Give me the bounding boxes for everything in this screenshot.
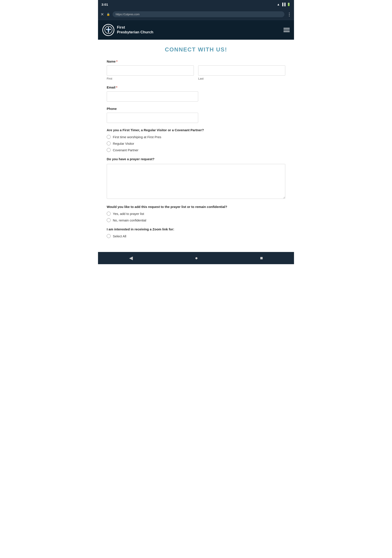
- select-all-label: Select All: [113, 234, 126, 238]
- nav-logo: First Presbyterian Church: [102, 24, 153, 36]
- main-content: CONNECT WITH US! Name* First Last Email*…: [98, 40, 294, 252]
- visitor-option-first-timer[interactable]: First time worshiping at First Pres: [107, 135, 285, 139]
- no-confidential-label: No, remain confidential: [113, 218, 146, 222]
- covenant-partner-label: Covenant Partner: [113, 148, 138, 152]
- phone-section: Phone: [107, 107, 285, 123]
- battery-icon: 🔋: [287, 3, 290, 6]
- visitor-option-covenant[interactable]: Covenant Partner: [107, 148, 285, 152]
- page-title: CONNECT WITH US!: [107, 46, 285, 53]
- first-timer-label: First time worshiping at First Pres: [113, 135, 161, 139]
- phone-input-wrap: [107, 113, 198, 123]
- prayer-list-question: Would you like to add this request to th…: [107, 205, 285, 209]
- nav-header: First Presbyterian Church: [98, 20, 294, 40]
- bottom-nav: ◀ ● ■: [98, 252, 294, 264]
- email-required-star: *: [116, 86, 117, 89]
- yes-add-radio[interactable]: [107, 212, 111, 216]
- covenant-partner-radio[interactable]: [107, 148, 111, 152]
- first-name-field: First: [107, 65, 194, 80]
- phone-input[interactable]: [107, 113, 198, 123]
- name-section: Name* First Last: [107, 60, 285, 80]
- zoom-section: I am interested in receiving a Zoom link…: [107, 227, 285, 238]
- name-label: Name*: [107, 60, 285, 63]
- wifi-icon: ▲: [277, 3, 280, 6]
- name-required-star: *: [116, 60, 118, 63]
- first-name-sublabel: First: [107, 77, 194, 80]
- email-label: Email*: [107, 86, 285, 89]
- email-section: Email*: [107, 86, 285, 102]
- prayer-textarea[interactable]: [107, 164, 285, 199]
- yes-add-label: Yes, add to prayer list: [113, 212, 144, 216]
- phone-label: Phone: [107, 107, 285, 111]
- logo-icon: [102, 24, 114, 36]
- zoom-select-all-option[interactable]: Select All: [107, 234, 285, 238]
- prayer-question: Do you have a prayer request?: [107, 157, 285, 161]
- prayer-list-option-no[interactable]: No, remain confidential: [107, 218, 285, 222]
- prayer-list-option-yes[interactable]: Yes, add to prayer list: [107, 212, 285, 216]
- hamburger-menu-button[interactable]: [283, 27, 290, 33]
- zoom-question: I am interested in receiving a Zoom link…: [107, 227, 285, 231]
- svg-rect-2: [106, 29, 111, 30]
- visitor-question: Are you a First Timer, a Regular Visitor…: [107, 128, 285, 132]
- browser-bar: ✕ 🔒 https://1stpres.com ⋮: [98, 9, 294, 20]
- cross-logo-svg: [104, 26, 113, 34]
- name-row: First Last: [107, 65, 285, 80]
- select-all-radio[interactable]: [107, 234, 111, 238]
- home-button[interactable]: ●: [195, 255, 198, 261]
- email-input-wrap: [107, 91, 198, 102]
- last-name-field: Last: [198, 65, 285, 80]
- first-name-input[interactable]: [107, 65, 194, 76]
- signal-icon: ▐▐: [281, 3, 286, 6]
- regular-visitor-label: Regular Visitor: [113, 142, 134, 145]
- status-icons: ▲ ▐▐ 🔋: [277, 3, 290, 6]
- visitor-type-section: Are you a First Timer, a Regular Visitor…: [107, 128, 285, 152]
- email-input[interactable]: [107, 91, 198, 102]
- back-button[interactable]: ◀: [129, 255, 133, 261]
- recents-button[interactable]: ■: [260, 255, 263, 261]
- prayer-request-section: Do you have a prayer request?: [107, 157, 285, 200]
- logo-text: First Presbyterian Church: [117, 25, 153, 35]
- first-timer-radio[interactable]: [107, 135, 111, 139]
- last-name-sublabel: Last: [198, 77, 285, 80]
- status-bar: 3:01 ▲ ▐▐ 🔋: [98, 0, 294, 9]
- visitor-option-regular[interactable]: Regular Visitor: [107, 141, 285, 145]
- browser-menu-button[interactable]: ⋮: [287, 12, 291, 17]
- status-time: 3:01: [102, 3, 108, 6]
- browser-url[interactable]: https://1stpres.com: [113, 11, 284, 17]
- no-confidential-radio[interactable]: [107, 218, 111, 222]
- regular-visitor-radio[interactable]: [107, 141, 111, 145]
- browser-close-button[interactable]: ✕: [101, 12, 104, 17]
- lock-icon: 🔒: [106, 13, 110, 16]
- prayer-list-section: Would you like to add this request to th…: [107, 205, 285, 222]
- last-name-input[interactable]: [198, 65, 285, 76]
